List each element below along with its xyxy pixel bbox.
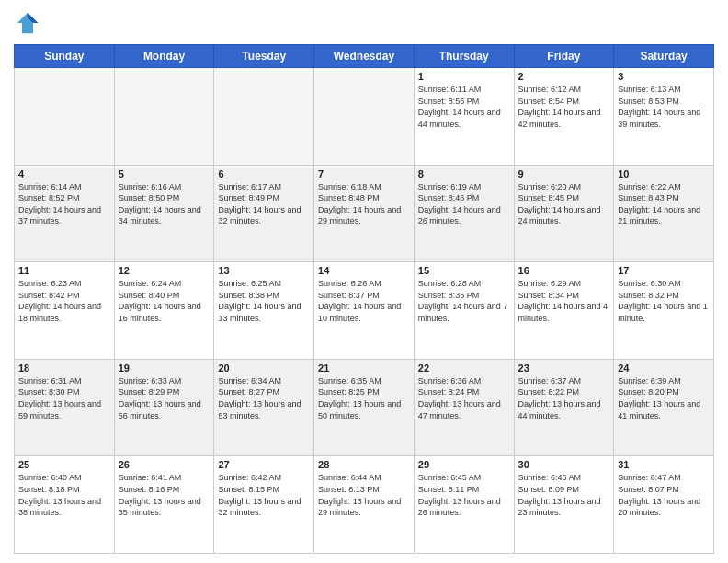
day-number: 25 (18, 459, 110, 470)
calendar-cell: 10Sunrise: 6:22 AM Sunset: 8:43 PM Dayli… (614, 165, 714, 262)
week-row-3: 18Sunrise: 6:31 AM Sunset: 8:30 PM Dayli… (15, 359, 714, 456)
day-info: Sunrise: 6:45 AM Sunset: 8:11 PM Dayligh… (418, 472, 510, 518)
calendar-cell: 27Sunrise: 6:42 AM Sunset: 8:15 PM Dayli… (214, 456, 314, 554)
day-info: Sunrise: 6:22 AM Sunset: 8:43 PM Dayligh… (618, 181, 710, 227)
calendar-cell: 9Sunrise: 6:20 AM Sunset: 8:45 PM Daylig… (514, 165, 614, 262)
day-info: Sunrise: 6:42 AM Sunset: 8:15 PM Dayligh… (218, 472, 310, 518)
day-info: Sunrise: 6:13 AM Sunset: 8:53 PM Dayligh… (618, 84, 710, 130)
calendar-cell: 1Sunrise: 6:11 AM Sunset: 8:56 PM Daylig… (414, 68, 514, 166)
day-info: Sunrise: 6:11 AM Sunset: 8:56 PM Dayligh… (418, 84, 510, 130)
calendar-cell (15, 68, 115, 166)
week-row-1: 4Sunrise: 6:14 AM Sunset: 8:52 PM Daylig… (15, 165, 714, 262)
day-number: 21 (318, 362, 410, 373)
day-info: Sunrise: 6:29 AM Sunset: 8:34 PM Dayligh… (518, 278, 610, 324)
day-header-friday: Friday (514, 45, 614, 68)
calendar-cell: 15Sunrise: 6:28 AM Sunset: 8:35 PM Dayli… (414, 262, 514, 360)
calendar-cell: 23Sunrise: 6:37 AM Sunset: 8:22 PM Dayli… (514, 359, 614, 456)
calendar-cell: 20Sunrise: 6:34 AM Sunset: 8:27 PM Dayli… (214, 359, 314, 456)
calendar-table: SundayMondayTuesdayWednesdayThursdayFrid… (14, 44, 714, 554)
day-number: 28 (318, 459, 410, 470)
day-number: 16 (518, 265, 610, 276)
calendar-cell: 16Sunrise: 6:29 AM Sunset: 8:34 PM Dayli… (514, 262, 614, 360)
day-info: Sunrise: 6:12 AM Sunset: 8:54 PM Dayligh… (518, 84, 610, 130)
day-number: 7 (318, 168, 410, 179)
day-info: Sunrise: 6:18 AM Sunset: 8:48 PM Dayligh… (318, 181, 410, 227)
day-header-row: SundayMondayTuesdayWednesdayThursdayFrid… (15, 45, 714, 68)
day-number: 24 (618, 362, 710, 373)
calendar-cell (214, 68, 314, 166)
calendar-cell: 21Sunrise: 6:35 AM Sunset: 8:25 PM Dayli… (314, 359, 415, 456)
day-number: 26 (119, 459, 210, 470)
calendar-cell: 25Sunrise: 6:40 AM Sunset: 8:18 PM Dayli… (15, 456, 115, 554)
day-info: Sunrise: 6:23 AM Sunset: 8:42 PM Dayligh… (18, 278, 110, 324)
calendar-cell: 19Sunrise: 6:33 AM Sunset: 8:29 PM Dayli… (114, 359, 214, 456)
day-number: 17 (618, 265, 710, 276)
day-info: Sunrise: 6:46 AM Sunset: 8:09 PM Dayligh… (518, 472, 610, 518)
day-number: 5 (119, 168, 210, 179)
day-number: 10 (618, 168, 710, 179)
week-row-0: 1Sunrise: 6:11 AM Sunset: 8:56 PM Daylig… (15, 68, 714, 166)
calendar-cell: 30Sunrise: 6:46 AM Sunset: 8:09 PM Dayli… (514, 456, 614, 554)
day-header-saturday: Saturday (614, 45, 714, 68)
day-number: 14 (318, 265, 410, 276)
calendar-cell: 7Sunrise: 6:18 AM Sunset: 8:48 PM Daylig… (314, 165, 415, 262)
day-info: Sunrise: 6:35 AM Sunset: 8:25 PM Dayligh… (318, 375, 410, 421)
day-info: Sunrise: 6:24 AM Sunset: 8:40 PM Dayligh… (119, 278, 210, 324)
day-info: Sunrise: 6:14 AM Sunset: 8:52 PM Dayligh… (18, 181, 110, 227)
day-number: 1 (418, 71, 510, 82)
day-info: Sunrise: 6:25 AM Sunset: 8:38 PM Dayligh… (218, 278, 310, 324)
day-number: 3 (618, 71, 710, 82)
day-info: Sunrise: 6:28 AM Sunset: 8:35 PM Dayligh… (418, 278, 510, 324)
day-info: Sunrise: 6:39 AM Sunset: 8:20 PM Dayligh… (618, 375, 710, 421)
logo-icon (14, 9, 41, 37)
day-info: Sunrise: 6:47 AM Sunset: 8:07 PM Dayligh… (618, 472, 710, 518)
day-info: Sunrise: 6:36 AM Sunset: 8:24 PM Dayligh… (418, 375, 510, 421)
week-row-2: 11Sunrise: 6:23 AM Sunset: 8:42 PM Dayli… (15, 262, 714, 360)
calendar-cell: 12Sunrise: 6:24 AM Sunset: 8:40 PM Dayli… (114, 262, 214, 360)
day-number: 9 (518, 168, 610, 179)
calendar-cell: 2Sunrise: 6:12 AM Sunset: 8:54 PM Daylig… (514, 68, 614, 166)
day-number: 27 (218, 459, 310, 470)
day-info: Sunrise: 6:20 AM Sunset: 8:45 PM Dayligh… (518, 181, 610, 227)
calendar-cell: 31Sunrise: 6:47 AM Sunset: 8:07 PM Dayli… (614, 456, 714, 554)
day-info: Sunrise: 6:41 AM Sunset: 8:16 PM Dayligh… (119, 472, 210, 518)
week-row-4: 25Sunrise: 6:40 AM Sunset: 8:18 PM Dayli… (15, 456, 714, 554)
calendar-cell: 24Sunrise: 6:39 AM Sunset: 8:20 PM Dayli… (614, 359, 714, 456)
page: SundayMondayTuesdayWednesdayThursdayFrid… (0, 0, 728, 563)
day-number: 29 (418, 459, 510, 470)
day-number: 4 (18, 168, 110, 179)
day-info: Sunrise: 6:19 AM Sunset: 8:46 PM Dayligh… (418, 181, 510, 227)
calendar-cell: 22Sunrise: 6:36 AM Sunset: 8:24 PM Dayli… (414, 359, 514, 456)
day-number: 6 (218, 168, 310, 179)
day-header-sunday: Sunday (15, 45, 115, 68)
calendar-cell (114, 68, 214, 166)
calendar-body: 1Sunrise: 6:11 AM Sunset: 8:56 PM Daylig… (15, 68, 714, 554)
day-number: 23 (518, 362, 610, 373)
header (14, 9, 714, 37)
calendar-cell: 4Sunrise: 6:14 AM Sunset: 8:52 PM Daylig… (15, 165, 115, 262)
day-number: 31 (618, 459, 710, 470)
calendar-cell (314, 68, 415, 166)
calendar-cell: 6Sunrise: 6:17 AM Sunset: 8:49 PM Daylig… (214, 165, 314, 262)
calendar-cell: 29Sunrise: 6:45 AM Sunset: 8:11 PM Dayli… (414, 456, 514, 554)
calendar-cell: 17Sunrise: 6:30 AM Sunset: 8:32 PM Dayli… (614, 262, 714, 360)
calendar-cell: 5Sunrise: 6:16 AM Sunset: 8:50 PM Daylig… (114, 165, 214, 262)
calendar-cell: 13Sunrise: 6:25 AM Sunset: 8:38 PM Dayli… (214, 262, 314, 360)
calendar-cell: 3Sunrise: 6:13 AM Sunset: 8:53 PM Daylig… (614, 68, 714, 166)
calendar-cell: 26Sunrise: 6:41 AM Sunset: 8:16 PM Dayli… (114, 456, 214, 554)
day-number: 12 (119, 265, 210, 276)
day-info: Sunrise: 6:44 AM Sunset: 8:13 PM Dayligh… (318, 472, 410, 518)
day-info: Sunrise: 6:34 AM Sunset: 8:27 PM Dayligh… (218, 375, 310, 421)
day-number: 30 (518, 459, 610, 470)
day-info: Sunrise: 6:37 AM Sunset: 8:22 PM Dayligh… (518, 375, 610, 421)
day-number: 18 (18, 362, 110, 373)
day-number: 13 (218, 265, 310, 276)
calendar-cell: 14Sunrise: 6:26 AM Sunset: 8:37 PM Dayli… (314, 262, 415, 360)
day-header-monday: Monday (114, 45, 214, 68)
calendar-cell: 28Sunrise: 6:44 AM Sunset: 8:13 PM Dayli… (314, 456, 415, 554)
day-header-wednesday: Wednesday (314, 45, 415, 68)
calendar-cell: 11Sunrise: 6:23 AM Sunset: 8:42 PM Dayli… (15, 262, 115, 360)
day-header-thursday: Thursday (414, 45, 514, 68)
day-info: Sunrise: 6:30 AM Sunset: 8:32 PM Dayligh… (618, 278, 710, 324)
day-number: 11 (18, 265, 110, 276)
